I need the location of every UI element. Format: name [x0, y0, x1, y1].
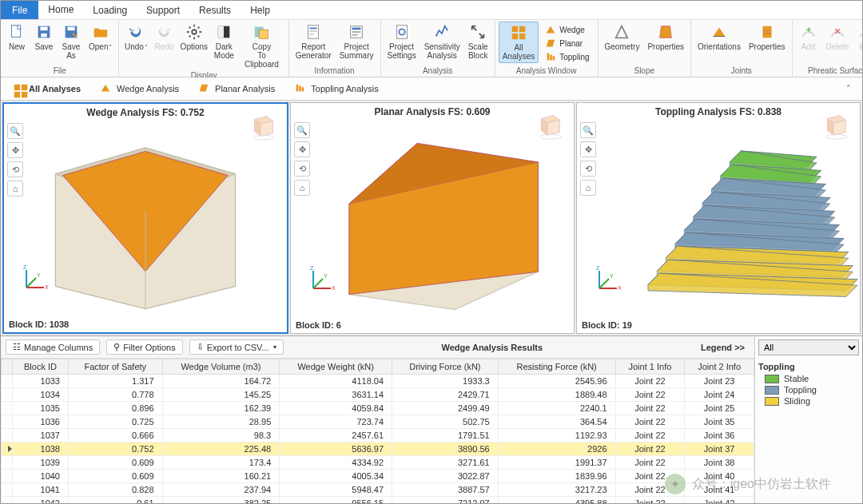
open-button[interactable]: Open˅	[86, 22, 115, 54]
svg-rect-3	[41, 34, 46, 38]
filter-options-button[interactable]: ⚲Filter Options	[106, 339, 182, 355]
pan-icon[interactable]: ✥	[294, 141, 310, 157]
svg-point-6	[192, 30, 197, 34]
viewport-wedge[interactable]: Wedge Analysis FS: 0.752 🔍 ✥ ⟲ ⌂ Z X Y B…	[2, 102, 288, 334]
viewport-canvas[interactable]: Z X Y	[291, 121, 574, 317]
zoom-icon[interactable]: 🔍	[7, 123, 23, 139]
viewport-canvas[interactable]: Z X Y	[4, 121, 287, 316]
analysis-tab-toppling-analysis[interactable]: Toppling Analysis	[289, 81, 383, 97]
ribbon-group-phreatic-surface: AddDeleteEditPhreatic Surface	[793, 20, 864, 77]
scale-block-button[interactable]: ScaleBlock	[465, 22, 491, 62]
menu-tab-home[interactable]: Home	[38, 1, 83, 19]
table-row[interactable]: 10420.61382.259556.157212.074395.88Joint…	[2, 497, 754, 504]
legend-item: Toppling	[758, 384, 859, 395]
svg-rect-32	[14, 85, 20, 90]
save-as-button[interactable]: SaveAs	[58, 22, 84, 62]
table-row[interactable]: 10370.66698.32457.611791.511192.93Joint …	[2, 429, 754, 442]
planar-button[interactable]: Planar	[542, 37, 592, 50]
export-csv-button[interactable]: ⇩Export to CSV...▾	[189, 339, 284, 355]
zoom-icon[interactable]: 🔍	[294, 122, 310, 138]
table-row[interactable]: 10380.752225.485636.973890.562926Joint 2…	[2, 442, 754, 456]
svg-rect-38	[302, 87, 304, 91]
table-row[interactable]: 10410.828237.945948.473887.573217.23Join…	[2, 483, 754, 497]
svg-rect-24	[519, 34, 525, 39]
column-header[interactable]: Factor of Safety	[69, 359, 163, 375]
report-generator-button[interactable]: ReportGenerator	[292, 22, 335, 62]
reset-view-icon[interactable]: ⌂	[580, 180, 596, 196]
table-row[interactable]: 10360.72528.95723.74502.75364.54Joint 22…	[2, 415, 754, 429]
legend-link[interactable]: Legend >>	[701, 343, 750, 352]
edit	[857, 23, 863, 41]
column-header[interactable]: Block ID	[13, 359, 69, 375]
axis-gizmo-icon: Z X Y	[18, 264, 50, 296]
manage-columns-button[interactable]: ☷Manage Columns	[6, 339, 100, 355]
reset-view-icon[interactable]: ⌂	[7, 181, 23, 196]
collapse-ribbon-icon[interactable]: ˄	[846, 84, 851, 94]
project-settings-button[interactable]: ProjectSettings	[384, 22, 420, 62]
save-button[interactable]: Save	[31, 22, 57, 53]
wedge-button[interactable]: Wedge	[542, 23, 592, 36]
analysis-tab-planar-analysis[interactable]: Planar Analysis	[193, 81, 280, 97]
svg-rect-27	[553, 56, 555, 60]
ribbon-group-analysis-window: AllAnalysesWedgePlanarTopplingAnalysis W…	[495, 20, 599, 77]
menu-tab-results[interactable]: Results	[189, 1, 241, 19]
table-row[interactable]: 10400.609160.214005.343022.871839.96Join…	[2, 470, 754, 483]
legend-filter-select[interactable]: All	[758, 339, 859, 355]
reset-view-icon[interactable]: ⌂	[294, 180, 310, 196]
tab-label: Toppling Analysis	[311, 84, 378, 93]
column-header[interactable]: Resisting Force (kN)	[498, 359, 615, 375]
new-button[interactable]: New	[4, 22, 30, 53]
rotate-icon[interactable]: ⟲	[580, 161, 596, 177]
options-button[interactable]: Options	[178, 22, 209, 53]
axis-gizmo-icon: Z X Y	[591, 264, 623, 296]
menu-tab-support[interactable]: Support	[137, 1, 189, 19]
rotate-icon[interactable]: ⟲	[7, 161, 23, 177]
chevron-down-icon: ▾	[273, 343, 276, 351]
rotate-icon[interactable]: ⟲	[294, 161, 310, 177]
viewport-planar[interactable]: Planar Analysis FS: 0.609 🔍 ✥ ⟲ ⌂ Z X Y …	[290, 102, 575, 334]
menu-tab-help[interactable]: Help	[241, 1, 280, 19]
properties-button[interactable]: Properties	[746, 22, 789, 53]
geometry-button[interactable]: Geometry	[602, 22, 643, 53]
zoom-icon[interactable]: 🔍	[580, 122, 596, 138]
viewport-title: Toppling Analysis FS: 0.838	[577, 103, 860, 121]
ribbon-button-label: AllAnalyses	[503, 43, 535, 61]
orientations-button[interactable]: Orientations	[694, 22, 744, 53]
column-header[interactable]: Wedge Volume (m3)	[162, 359, 280, 375]
table-row[interactable]: 10390.609173.44334.923271.611991.37Joint…	[2, 456, 754, 470]
project-summary-button[interactable]: ProjectSummary	[336, 22, 377, 62]
pan-icon[interactable]: ✥	[7, 142, 23, 158]
label: Toppling	[559, 53, 589, 62]
all-analyses-button[interactable]: AllAnalyses	[499, 22, 539, 63]
analysis-tab-all-analyses[interactable]: All Analyses	[7, 81, 86, 97]
properties-button[interactable]: Properties	[644, 22, 687, 53]
svg-rect-33	[22, 85, 27, 90]
analysis-tab-bar: All AnalysesWedge AnalysisPlanar Analysi…	[1, 77, 862, 101]
column-header[interactable]: Joint 1 Info	[615, 359, 685, 375]
table-row[interactable]: 10340.778145.253631.142429.711889.48Join…	[2, 388, 754, 402]
svg-line-51	[313, 279, 323, 288]
orientations	[710, 23, 728, 41]
column-header[interactable]: Wedge Weight (kN)	[280, 359, 392, 375]
table-row[interactable]: 10331.317164.724118.041933.32545.96Joint…	[2, 375, 754, 388]
ribbon-button-label: Open˅	[89, 42, 112, 52]
pan-icon[interactable]: ✥	[580, 141, 596, 157]
viewport-canvas[interactable]: Z X Y	[577, 121, 860, 317]
viewport-toppling[interactable]: Toppling Analysis FS: 0.838 🔍 ✥ ⟲ ⌂	[576, 102, 861, 334]
file-menu-button[interactable]: File	[1, 1, 38, 19]
label: Wedge	[559, 26, 585, 34]
analysis-tab-wedge-analysis[interactable]: Wedge Analysis	[95, 81, 184, 97]
toppling-button[interactable]: Toppling	[542, 50, 592, 63]
column-header[interactable]: Joint 2 Info	[685, 359, 754, 375]
column-header[interactable]: Driving Force (kN)	[392, 359, 499, 375]
viewport-footer: Block ID: 1038	[4, 316, 287, 332]
viewport-footer: Block ID: 6	[291, 317, 574, 333]
sensitivity-analysis-button[interactable]: SensitivityAnalysis	[421, 22, 463, 62]
dark-mode-button[interactable]: DarkMode	[211, 22, 237, 62]
table-row[interactable]: 10350.896162.394059.842499.492240.1Joint…	[2, 402, 754, 415]
results-table-scroll[interactable]: Block IDFactor of SafetyWedge Volume (m3…	[1, 359, 754, 503]
undo-button[interactable]: Undo˅	[122, 22, 149, 54]
svg-rect-0	[12, 26, 21, 38]
copy-to-clipboard-button[interactable]: CopyTo Clipboard	[238, 22, 284, 70]
menu-tab-loading[interactable]: Loading	[83, 1, 137, 19]
